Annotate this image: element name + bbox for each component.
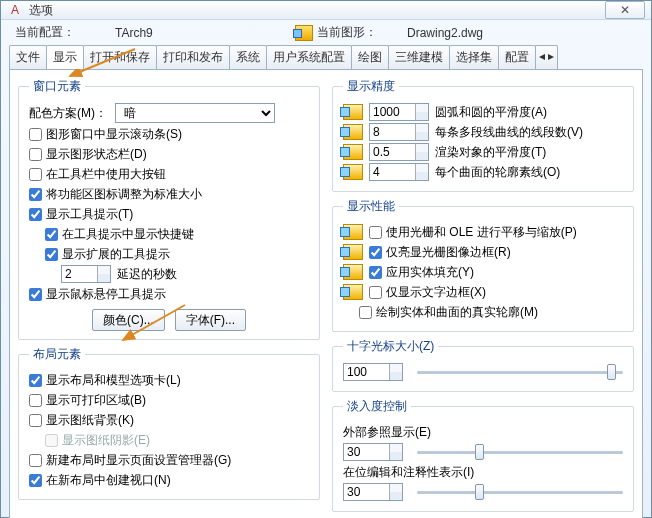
cb-std-icons[interactable] bbox=[29, 188, 42, 201]
app-icon: A bbox=[7, 2, 23, 18]
arc-smooth-input[interactable]: 1000 bbox=[369, 103, 429, 121]
close-button[interactable]: ✕ bbox=[605, 1, 645, 19]
render-smooth-input[interactable]: 0.5 bbox=[369, 143, 429, 161]
lbl-hover-tooltip: 显示鼠标悬停工具提示 bbox=[46, 286, 166, 303]
lbl-tooltip-shortcut: 在工具提示中显示快捷键 bbox=[62, 226, 194, 243]
swatch-icon bbox=[343, 244, 363, 260]
cursor-size-input[interactable]: 100 bbox=[343, 363, 403, 381]
tab-5[interactable]: 用户系统配置 bbox=[266, 45, 352, 69]
lbl-large-buttons: 在工具栏中使用大按钮 bbox=[46, 166, 166, 183]
swatch-icon bbox=[343, 124, 363, 140]
lbl-paper-shadow: 显示图纸阴影(E) bbox=[62, 432, 150, 449]
cb-paper-shadow bbox=[45, 434, 58, 447]
cb-text-frame[interactable] bbox=[369, 286, 382, 299]
swatch-icon bbox=[343, 144, 363, 160]
tab-4[interactable]: 系统 bbox=[229, 45, 267, 69]
lbl-print-area: 显示可打印区域(B) bbox=[46, 392, 146, 409]
swatch-icon bbox=[343, 224, 363, 240]
cb-page-setup-mgr[interactable] bbox=[29, 454, 42, 467]
tab-1[interactable]: 显示 bbox=[46, 45, 84, 69]
lbl-raster-frame: 仅亮显光栅图像边框(R) bbox=[386, 244, 511, 261]
lbl-tooltips: 显示工具提示(T) bbox=[46, 206, 133, 223]
swatch-icon bbox=[343, 164, 363, 180]
polyline-seg-input[interactable]: 8 bbox=[369, 123, 429, 141]
window-title: 选项 bbox=[29, 2, 605, 19]
current-drawing-value: Drawing2.dwg bbox=[407, 26, 483, 40]
tab-8[interactable]: 选择集 bbox=[449, 45, 499, 69]
arc-smooth-label: 圆弧和圆的平滑度(A) bbox=[435, 104, 547, 121]
tab-2[interactable]: 打开和保存 bbox=[83, 45, 157, 69]
contour-lines-label: 每个曲面的轮廓素线(O) bbox=[435, 164, 560, 181]
layout-elements-legend: 布局元素 bbox=[29, 346, 85, 363]
render-smooth-label: 渲染对象的平滑度(T) bbox=[435, 144, 546, 161]
polyline-seg-label: 每条多段线曲线的线段数(V) bbox=[435, 124, 583, 141]
cb-raster-frame[interactable] bbox=[369, 246, 382, 259]
cb-tooltip-shortcut[interactable] bbox=[45, 228, 58, 241]
cb-layout-tabs[interactable] bbox=[29, 374, 42, 387]
inplace-label: 在位编辑和注释性表示(I) bbox=[343, 464, 474, 481]
drawing-icon bbox=[295, 25, 313, 41]
tab-9[interactable]: 配置 bbox=[498, 45, 536, 69]
fonts-button[interactable]: 字体(F)... bbox=[175, 309, 246, 331]
lbl-std-icons: 将功能区图标调整为标准大小 bbox=[46, 186, 202, 203]
lbl-ext-tooltip: 显示扩展的工具提示 bbox=[62, 246, 170, 263]
cb-print-area[interactable] bbox=[29, 394, 42, 407]
cb-large-buttons[interactable] bbox=[29, 168, 42, 181]
lbl-solid-fill: 应用实体填充(Y) bbox=[386, 264, 474, 281]
tab-7[interactable]: 三维建模 bbox=[388, 45, 450, 69]
cursor-size-slider[interactable] bbox=[417, 363, 623, 381]
lbl-paper-bg: 显示图纸背景(K) bbox=[46, 412, 134, 429]
cb-tooltips[interactable] bbox=[29, 208, 42, 221]
swatch-icon bbox=[343, 104, 363, 120]
color-scheme-select[interactable]: 暗 bbox=[115, 103, 275, 123]
delay-spinner[interactable]: 2 bbox=[61, 265, 111, 283]
cursor-legend: 十字光标大小(Z) bbox=[343, 338, 438, 355]
tab-scroll[interactable]: ◂ ▸ bbox=[535, 45, 558, 69]
swatch-icon bbox=[343, 264, 363, 280]
lbl-scrollbars: 图形窗口中显示滚动条(S) bbox=[46, 126, 182, 143]
cb-create-viewport[interactable] bbox=[29, 474, 42, 487]
inplace-fade-input[interactable]: 30 bbox=[343, 483, 403, 501]
cb-solid-fill[interactable] bbox=[369, 266, 382, 279]
scheme-label: 配色方案(M)： bbox=[29, 105, 107, 122]
delay-label: 延迟的秒数 bbox=[117, 266, 177, 283]
fade-legend: 淡入度控制 bbox=[343, 398, 411, 415]
cb-scrollbars[interactable] bbox=[29, 128, 42, 141]
window-elements-legend: 窗口元素 bbox=[29, 78, 85, 95]
precision-legend: 显示精度 bbox=[343, 78, 399, 95]
lbl-raster-pan: 使用光栅和 OLE 进行平移与缩放(P) bbox=[386, 224, 577, 241]
xref-label: 外部参照显示(E) bbox=[343, 424, 431, 441]
lbl-layout-tabs: 显示布局和模型选项卡(L) bbox=[46, 372, 181, 389]
current-drawing-label: 当前图形： bbox=[317, 24, 377, 41]
tab-6[interactable]: 绘图 bbox=[351, 45, 389, 69]
contour-lines-input[interactable]: 4 bbox=[369, 163, 429, 181]
lbl-text-frame: 仅显示文字边框(X) bbox=[386, 284, 486, 301]
cb-hover-tooltip[interactable] bbox=[29, 288, 42, 301]
lbl-statusbar: 显示图形状态栏(D) bbox=[46, 146, 147, 163]
colors-button[interactable]: 颜色(C)... bbox=[92, 309, 165, 331]
cb-ext-tooltip[interactable] bbox=[45, 248, 58, 261]
cb-raster-pan[interactable] bbox=[369, 226, 382, 239]
cb-true-sil[interactable] bbox=[359, 306, 372, 319]
inplace-fade-slider[interactable] bbox=[417, 483, 623, 501]
performance-legend: 显示性能 bbox=[343, 198, 399, 215]
tab-3[interactable]: 打印和发布 bbox=[156, 45, 230, 69]
lbl-create-viewport: 在新布局中创建视口(N) bbox=[46, 472, 171, 489]
xref-fade-slider[interactable] bbox=[417, 443, 623, 461]
tab-0[interactable]: 文件 bbox=[9, 45, 47, 69]
cb-paper-bg[interactable] bbox=[29, 414, 42, 427]
lbl-true-sil: 绘制实体和曲面的真实轮廓(M) bbox=[376, 304, 538, 321]
current-config-value: TArch9 bbox=[115, 26, 295, 40]
swatch-icon bbox=[343, 284, 363, 300]
cb-statusbar[interactable] bbox=[29, 148, 42, 161]
lbl-page-setup-mgr: 新建布局时显示页面设置管理器(G) bbox=[46, 452, 231, 469]
current-config-label: 当前配置： bbox=[15, 24, 115, 41]
xref-fade-input[interactable]: 30 bbox=[343, 443, 403, 461]
